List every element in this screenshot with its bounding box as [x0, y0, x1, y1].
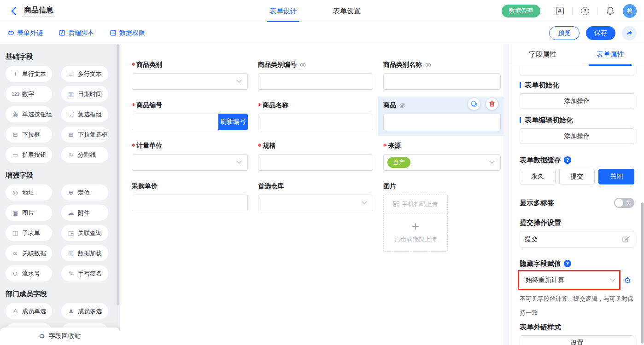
form-edit-init-add-action-button[interactable]: 添加操作 — [520, 128, 634, 144]
field-type-image[interactable]: ▣图片 — [6, 205, 52, 221]
linked-query-icon: ◲ — [67, 230, 75, 236]
sidebar-scrollbar-thumb[interactable] — [117, 44, 119, 305]
window-scrollbar-thumb[interactable] — [641, 202, 644, 344]
field-recycle-bin[interactable]: ♻ 字段回收站 — [0, 328, 120, 345]
preview-button[interactable]: 预览 — [549, 26, 580, 40]
hidden-assign-note: 不可见字段的计算、提交逻辑，与可见时保持一致 — [520, 292, 634, 320]
member-single-icon: ♙ — [12, 308, 19, 315]
avatar[interactable]: 检 — [623, 4, 637, 18]
field-label: 计量单位 — [136, 142, 162, 150]
field-type-attachment[interactable]: ☁附件 — [61, 205, 108, 221]
field-purchase-price[interactable]: 采购单价 — [132, 182, 248, 252]
field-warehouse[interactable]: 首选仓库 — [258, 182, 373, 252]
multi-select-icon: ⊞ — [67, 131, 75, 138]
field-source[interactable]: *来源 自产 — [383, 141, 501, 171]
source-select[interactable]: 自产 — [383, 154, 501, 171]
warehouse-select[interactable] — [258, 195, 373, 211]
field-type-single-line-text[interactable]: T单行文本 — [6, 66, 52, 82]
field-label: 首选仓库 — [258, 182, 284, 190]
tab-field-properties[interactable]: 字段属性 — [509, 44, 577, 65]
field-type-divider[interactable]: ≋分割线 — [61, 147, 108, 163]
category-name-input[interactable] — [383, 73, 501, 90]
category-code-input[interactable] — [258, 73, 373, 90]
help-icon[interactable]: ? — [579, 5, 591, 17]
field-category-code[interactable]: 商品类别编号 — [258, 60, 373, 90]
field-type-number[interactable]: 123数字 — [6, 86, 52, 102]
field-label: 图片 — [383, 182, 396, 190]
tab-form-properties[interactable]: 表单属性 — [577, 44, 644, 65]
divider-icon: ≋ — [67, 151, 75, 158]
field-type-location[interactable]: ⊕定位 — [61, 184, 108, 201]
selected-field-actions — [468, 98, 498, 110]
field-label: 商品 — [383, 101, 396, 109]
field-type-select[interactable]: ⊟下拉框 — [6, 126, 52, 143]
field-type-multi-line-text[interactable]: ≡多行文本 — [61, 66, 108, 82]
product-input[interactable] — [383, 114, 501, 130]
help-icon[interactable]: ? — [564, 156, 571, 164]
tab-form-settings[interactable]: 表单设置 — [333, 0, 361, 22]
clipped-action-button[interactable]: 添加操作 — [520, 66, 634, 75]
field-type-extend-button[interactable]: ▭扩展按钮 — [6, 147, 52, 163]
field-type-member-multi[interactable]: ♟成员多选 — [61, 303, 108, 319]
multitab-toggle[interactable]: 关 — [614, 198, 634, 208]
field-type-signature[interactable]: ✎手写签名 — [61, 265, 108, 282]
data-permission-button[interactable]: 数据权限 — [110, 29, 145, 37]
edit-icon[interactable] — [622, 236, 629, 243]
field-spec[interactable]: *规格 — [258, 141, 373, 171]
contact-book-icon[interactable]: A — [554, 5, 566, 17]
product-name-input[interactable] — [258, 114, 373, 130]
purchase-price-input[interactable] — [132, 195, 248, 211]
cache-option-permanent[interactable]: 永久 — [520, 169, 556, 184]
required-star: * — [132, 61, 135, 69]
back-icon[interactable] — [7, 5, 19, 17]
share-button[interactable] — [622, 26, 637, 40]
field-type-linked-data[interactable]: ∞关联数据 — [6, 245, 52, 261]
link-style-settings-button[interactable]: 设置 — [520, 335, 634, 345]
refresh-code-button[interactable]: 刷新编号 — [218, 114, 248, 130]
help-icon[interactable]: ? — [564, 260, 571, 267]
field-type-serial-number[interactable]: ⊜流水号 — [6, 265, 52, 282]
field-type-address[interactable]: ◎地址 — [6, 184, 52, 201]
backend-script-button[interactable]: 后端脚本 — [59, 29, 94, 37]
field-label: 来源 — [388, 142, 401, 150]
scan-upload-button[interactable]: 手机扫码上传 — [384, 195, 447, 213]
field-product-name[interactable]: *商品名称 — [258, 101, 373, 130]
field-type-data-load[interactable]: ▥数据加载 — [61, 245, 108, 261]
product-code-input[interactable] — [132, 114, 218, 130]
field-type-radio-group[interactable]: ◉单选按钮组 — [6, 106, 52, 122]
cache-option-submit[interactable]: 提交 — [559, 169, 595, 184]
gear-icon[interactable]: ⚙ — [621, 272, 634, 288]
field-image-upload[interactable]: 图片 手机扫码上传 + 点击或拖拽上传 — [383, 182, 501, 252]
unit-select[interactable] — [132, 154, 248, 171]
image-upload-box: 手机扫码上传 + 点击或拖拽上传 — [383, 195, 448, 252]
cache-option-close[interactable]: 关闭 — [598, 169, 634, 184]
field-type-datetime[interactable]: ▦日期时间 — [61, 86, 108, 102]
bell-icon[interactable] — [604, 5, 616, 17]
field-label: 商品类别编号 — [258, 61, 297, 69]
toggle-state-label: 关 — [626, 199, 631, 207]
spec-input[interactable] — [258, 154, 373, 171]
page-title[interactable]: 商品信息 — [22, 5, 55, 17]
field-type-member-single[interactable]: ♙成员单选 — [6, 303, 52, 319]
field-type-subform[interactable]: ◫子表单 — [6, 225, 52, 241]
form-init-add-action-button[interactable]: 添加操作 — [520, 93, 634, 109]
field-type-linked-query[interactable]: ◲关联查询 — [61, 225, 108, 241]
form-link-button[interactable]: 表单外链 — [7, 29, 43, 37]
field-product-selected[interactable]: 商品 — [383, 101, 501, 130]
delete-field-button[interactable] — [486, 98, 498, 110]
data-manage-button[interactable]: 数据管理 — [502, 5, 540, 17]
copy-field-button[interactable] — [468, 98, 480, 110]
hidden-assign-select[interactable]: 始终重新计算 — [520, 272, 621, 288]
tab-form-design[interactable]: 表单设计 — [269, 0, 297, 22]
field-product-code[interactable]: *商品编号 刷新编号 — [132, 101, 248, 130]
field-type-checkbox-group[interactable]: ☑复选框组 — [61, 106, 108, 122]
drop-upload-area[interactable]: + 点击或拖拽上传 — [384, 213, 447, 251]
field-type-multi-select[interactable]: ⊞下拉复选框 — [61, 126, 108, 143]
field-unit[interactable]: *计量单位 — [132, 141, 248, 171]
save-button[interactable]: 保存 — [586, 26, 615, 40]
section-title-member-fields: 部门成员字段 — [6, 290, 120, 299]
field-category-name[interactable]: 商品类别名称 — [383, 60, 501, 90]
field-product-category[interactable]: *商品类别 — [132, 60, 248, 90]
submit-action-input[interactable]: 提交 — [520, 231, 634, 247]
product-category-select[interactable] — [132, 73, 248, 90]
